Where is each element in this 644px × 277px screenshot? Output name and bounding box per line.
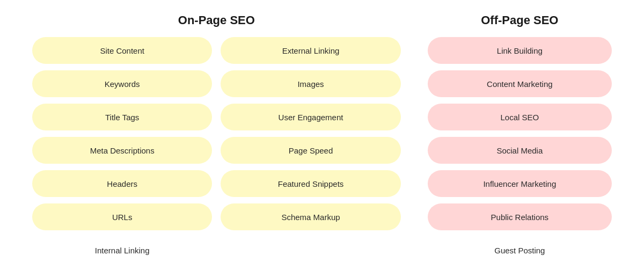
on-page-col1-item: URLs [32,203,212,230]
on-page-col2-item [221,237,400,264]
on-page-col2-item: Page Speed [221,137,400,164]
off-page-col-item: Link Building [428,37,612,64]
on-page-col1-item: Internal Linking [32,237,212,264]
on-page-col1-item: Meta Descriptions [32,137,212,164]
on-page-col2-item: Images [221,70,400,97]
on-page-cols: Site ContentKeywordsTitle TagsMeta Descr… [32,37,401,264]
off-page-col: Link BuildingContent MarketingLocal SEOS… [428,37,612,264]
sections-wrapper: On-Page SEO Site ContentKeywordsTitle Ta… [32,13,612,264]
off-page-col-item: Content Marketing [428,70,612,97]
on-page-col1: Site ContentKeywordsTitle TagsMeta Descr… [32,37,212,264]
off-page-col-item: Public Relations [428,203,612,230]
on-page-col1-item: Title Tags [32,104,212,130]
on-page-title: On-Page SEO [178,13,255,27]
on-page-col2-item: Featured Snippets [221,170,400,197]
on-page-col2-item: External Linking [221,37,400,64]
on-page-section: On-Page SEO Site ContentKeywordsTitle Ta… [32,13,401,264]
on-page-col2-item: Schema Markup [221,203,400,230]
off-page-col-item: Influencer Marketing [428,170,612,197]
off-page-title: Off-Page SEO [481,13,558,27]
off-page-col-item: Guest Posting [428,237,612,264]
off-page-col-item: Local SEO [428,104,612,130]
main-container: On-Page SEO Site ContentKeywordsTitle Ta… [27,3,617,274]
off-page-section: Off-Page SEO Link BuildingContent Market… [428,13,612,264]
on-page-col1-item: Headers [32,170,212,197]
on-page-col2-item: User Engagement [221,104,400,130]
on-page-col2: External LinkingImagesUser EngagementPag… [221,37,400,264]
on-page-col1-item: Site Content [32,37,212,64]
on-page-col1-item: Keywords [32,70,212,97]
off-page-col-item: Social Media [428,137,612,164]
